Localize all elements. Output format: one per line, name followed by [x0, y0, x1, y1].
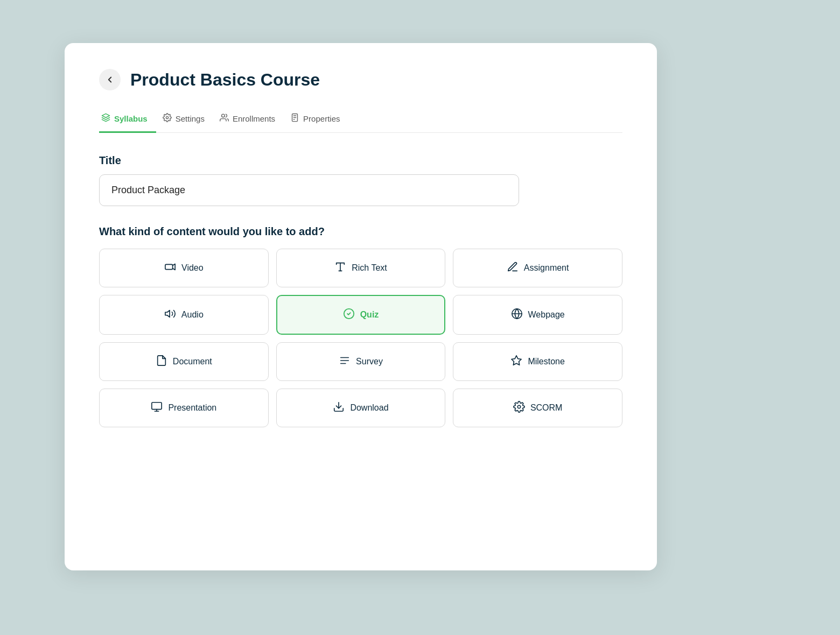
tab-nav: Syllabus Settings Enrollments [99, 108, 622, 133]
content-btn-download[interactable]: Download [276, 389, 446, 427]
title-label: Title [99, 154, 622, 167]
content-btn-video-label: Video [181, 263, 204, 273]
tab-enrollments-label: Enrollments [233, 114, 275, 123]
enrollments-icon [220, 113, 229, 124]
content-btn-milestone-label: Milestone [528, 357, 564, 366]
svg-marker-16 [512, 356, 521, 365]
content-btn-survey-label: Survey [356, 357, 383, 366]
main-card: Product Basics Course Syllabus Settings [65, 43, 657, 570]
svg-point-1 [221, 114, 225, 117]
page-header: Product Basics Course [99, 69, 622, 90]
content-section-label: What kind of content would you like to a… [99, 225, 622, 238]
content-btn-milestone[interactable]: Milestone [453, 342, 622, 381]
content-btn-scorm-label: SCORM [530, 403, 563, 413]
content-btn-assignment[interactable]: Assignment [453, 249, 622, 287]
content-btn-webpage-label: Webpage [528, 310, 565, 320]
content-btn-presentation-label: Presentation [168, 403, 216, 413]
content-btn-survey[interactable]: Survey [276, 342, 446, 381]
content-btn-document[interactable]: Document [99, 342, 269, 381]
milestone-icon [510, 355, 522, 369]
content-btn-quiz[interactable]: Quiz [276, 295, 446, 335]
content-btn-webpage[interactable]: Webpage [453, 295, 622, 335]
syllabus-icon [101, 113, 110, 124]
download-icon [333, 401, 345, 415]
svg-rect-6 [165, 264, 173, 269]
quiz-icon [343, 308, 355, 322]
video-icon [164, 261, 176, 275]
tab-settings[interactable]: Settings [160, 108, 213, 133]
survey-icon [339, 355, 351, 369]
title-input[interactable] [99, 174, 519, 206]
content-btn-rich-text-label: Rich Text [352, 263, 387, 273]
content-btn-rich-text[interactable]: Rich Text [276, 249, 446, 287]
content-btn-audio-label: Audio [181, 310, 204, 320]
tab-syllabus-label: Syllabus [114, 114, 148, 123]
rich-text-icon [334, 261, 346, 275]
scorm-icon [513, 401, 525, 415]
tab-properties-label: Properties [303, 114, 340, 123]
tab-syllabus[interactable]: Syllabus [99, 108, 156, 133]
svg-point-0 [166, 116, 168, 118]
title-field-group: Title [99, 154, 622, 225]
svg-marker-9 [165, 311, 170, 318]
content-btn-video[interactable]: Video [99, 249, 269, 287]
svg-point-21 [517, 405, 521, 408]
tab-properties[interactable]: Properties [288, 108, 348, 133]
content-btn-download-label: Download [350, 403, 388, 413]
presentation-icon [151, 401, 163, 415]
content-btn-assignment-label: Assignment [524, 263, 569, 273]
properties-icon [290, 113, 299, 124]
content-grid: Video Rich Text [99, 249, 622, 427]
content-btn-document-label: Document [173, 357, 212, 366]
content-btn-presentation[interactable]: Presentation [99, 389, 269, 427]
tab-enrollments[interactable]: Enrollments [218, 108, 284, 133]
page-title: Product Basics Course [130, 70, 320, 90]
webpage-icon [511, 308, 523, 322]
tab-settings-label: Settings [176, 114, 205, 123]
back-button[interactable] [99, 69, 121, 90]
settings-icon [163, 113, 172, 124]
content-btn-scorm[interactable]: SCORM [453, 389, 622, 427]
content-section: What kind of content would you like to a… [99, 225, 622, 427]
audio-icon [164, 308, 176, 322]
content-btn-audio[interactable]: Audio [99, 295, 269, 335]
svg-rect-17 [152, 403, 162, 410]
assignment-icon [507, 261, 519, 275]
content-btn-quiz-label: Quiz [360, 310, 379, 320]
document-icon [156, 355, 167, 369]
